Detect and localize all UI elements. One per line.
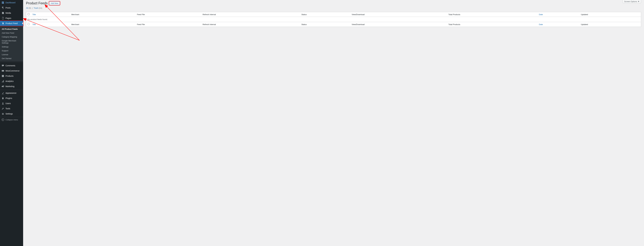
sidebar-item-products[interactable]: Products	[0, 73, 23, 79]
sidebar-item-label: Appearance	[6, 92, 16, 94]
pin-icon	[2, 6, 4, 9]
sidebar-item-appearance[interactable]: Appearance	[0, 90, 23, 96]
sidebar-item-pages[interactable]: Pages	[0, 15, 23, 21]
collapse-icon	[2, 118, 4, 121]
sidebar-item-dashboard[interactable]: Dashboard	[0, 0, 23, 5]
sidebar-item-plugins[interactable]: Plugins	[0, 96, 23, 101]
cart-icon	[2, 22, 4, 25]
submenu-item-all-product-feeds[interactable]: All Product Feeds	[0, 27, 23, 31]
svg-point-3	[3, 114, 4, 114]
add-new-button[interactable]: Add New	[49, 1, 60, 5]
sidebar-item-label: Product Feed	[6, 22, 18, 24]
col-total-products: Total Products	[447, 12, 537, 17]
page-title: Product Feeds	[26, 1, 48, 5]
col-view-download: View/Download	[350, 12, 447, 17]
sidebar-item-label: Dashboard	[6, 1, 16, 4]
sidebar-item-label: WooCommerce	[6, 70, 20, 72]
sidebar-item-label: Comments	[6, 64, 15, 67]
sidebar-item-label: Analytics	[6, 80, 14, 82]
sidebar-item-settings[interactable]: Settings	[0, 111, 23, 116]
woo-icon	[2, 69, 4, 72]
list-filters: All (0) | Trash (11)	[26, 7, 641, 9]
sidebar-item-label: Settings	[6, 113, 13, 115]
sidebar-item-media[interactable]: Media	[0, 10, 23, 15]
comments-icon	[2, 64, 4, 67]
settings-icon	[2, 112, 4, 115]
filter-all[interactable]: All	[26, 7, 28, 9]
svg-point-1	[2, 103, 3, 103]
sidebar-item-comments[interactable]: Comments	[0, 63, 23, 68]
filter-trash[interactable]: Trash	[34, 7, 38, 9]
select-all-header	[26, 12, 31, 17]
col-date[interactable]: Date	[538, 12, 580, 17]
sidebar-submenu: All Product FeedsAdd New FeedCategory Ma…	[0, 26, 23, 62]
sidebar-item-label: Products	[6, 75, 14, 77]
svg-rect-0	[2, 70, 4, 72]
submenu-item-category-mapping[interactable]: Category Mapping	[0, 35, 23, 39]
media-icon	[2, 11, 4, 14]
col-date-foot[interactable]: Date	[538, 22, 580, 27]
plugins-icon	[2, 97, 4, 100]
feeds-table: Title Merchant Feed File Refresh Interva…	[26, 12, 641, 27]
sidebar-item-analytics[interactable]: Analytics	[0, 79, 23, 84]
submenu-item-add-new-feed[interactable]: Add New Feed	[0, 31, 23, 35]
submenu-item-get-started[interactable]: Get Started	[0, 57, 23, 60]
table-row-empty: No product feeds found.	[26, 17, 641, 22]
users-icon	[2, 102, 4, 105]
products-icon	[2, 75, 4, 77]
svg-point-4	[2, 114, 3, 115]
col-merchant: Merchant	[70, 12, 136, 17]
sidebar-item-label: Marketing	[6, 85, 14, 88]
marketing-icon	[2, 85, 4, 88]
tools-icon	[2, 107, 4, 110]
collapse-label: Collapse menu	[6, 119, 18, 121]
dashboard-icon	[2, 1, 4, 4]
sidebar-item-users[interactable]: Users	[0, 101, 23, 106]
pages-icon	[2, 17, 4, 20]
submenu-item-support[interactable]: Support	[0, 49, 23, 53]
col-status: Status	[300, 12, 350, 17]
sidebar-item-label: Pages	[6, 17, 11, 19]
svg-point-5	[2, 119, 4, 121]
sidebar-item-tools[interactable]: Tools	[0, 106, 23, 111]
col-updated: Updated	[580, 12, 641, 17]
analytics-icon	[2, 80, 4, 83]
col-title[interactable]: Title	[31, 12, 70, 17]
sidebar-item-posts[interactable]: Posts	[0, 5, 23, 10]
submenu-item-settings[interactable]: Settings	[0, 45, 23, 49]
appearance-icon	[2, 92, 4, 95]
sidebar-item-marketing[interactable]: Marketing	[0, 84, 23, 89]
svg-point-2	[2, 113, 3, 114]
collapse-menu-button[interactable]: Collapse menu	[0, 117, 23, 122]
sidebar-item-label: Posts	[6, 7, 10, 9]
submenu-item-google-merchant-settings[interactable]: Google Merchant Settings	[0, 39, 23, 45]
submenu-item-license[interactable]: License	[0, 53, 23, 57]
main-content: Screen Options ▼ Product Feeds Add New A…	[23, 0, 644, 246]
sidebar-item-label: Media	[6, 12, 11, 14]
admin-sidebar: DashboardPostsMediaPagesProduct FeedAll …	[0, 0, 23, 246]
select-all-checkbox-top[interactable]	[28, 13, 30, 15]
sidebar-item-label: Tools	[6, 108, 10, 110]
annotation-arrows	[23, 0, 644, 246]
sidebar-item-label: Plugins	[6, 97, 12, 99]
select-all-checkbox-bottom[interactable]	[28, 23, 30, 25]
screen-options-button[interactable]: Screen Options ▼	[622, 0, 641, 3]
col-title-foot[interactable]: Title	[31, 22, 70, 27]
sidebar-item-product-feed[interactable]: Product Feed	[0, 21, 23, 26]
col-refresh-interval: Refresh Interval	[201, 12, 300, 17]
sidebar-item-label: Users	[6, 102, 11, 105]
col-feed-file: Feed File	[136, 12, 201, 17]
sidebar-item-woocommerce[interactable]: WooCommerce	[0, 68, 23, 73]
